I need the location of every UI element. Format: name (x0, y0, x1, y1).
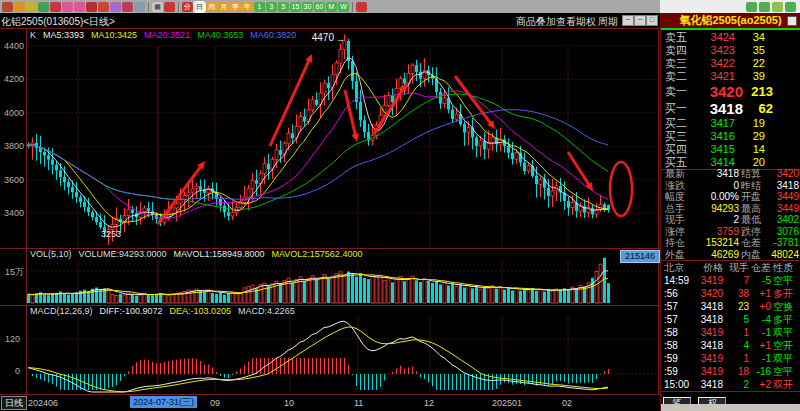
zoom-in-button[interactable]: − (634, 15, 646, 26)
toolbar-icon-30[interactable]: 30 (302, 2, 313, 12)
book-qty: 14 (753, 143, 765, 156)
tick-row: :5934191-1双平 (661, 352, 800, 365)
horizontal-scrollbar[interactable] (661, 404, 800, 411)
toolbar-icon[interactable] (759, 2, 770, 12)
quote-panel: 氧化铝2505(ao2505) 卖五342434卖四342335卖三342222… (660, 13, 800, 411)
tick-time: :57 (664, 313, 678, 326)
toolbar-icon[interactable] (110, 2, 121, 12)
toolbar-icon-年[interactable]: 年 (242, 2, 253, 12)
toolbar-icon-3[interactable]: 3 (266, 2, 277, 12)
period-tab-daily[interactable]: 日线 (1, 396, 27, 410)
toolbar-icon[interactable] (98, 2, 109, 12)
toolbar-icon[interactable] (62, 2, 73, 12)
tick-nature: 多开 (773, 287, 800, 300)
toolbar-icon-▦[interactable]: ▦ (152, 2, 163, 12)
tick-oi-change: +1 (760, 339, 771, 352)
ask-row[interactable]: 卖四342335 (661, 44, 800, 57)
tick-header-cell: 现手 (729, 262, 749, 273)
menu-overlay-commodity[interactable]: 商品叠加 (516, 15, 556, 29)
tick-qty: 38 (738, 287, 749, 300)
toolbar-icon-分[interactable]: 分 (182, 2, 193, 12)
zoom-out-button[interactable]: − (622, 15, 634, 26)
main-toolbar: ▦分日周月季年135153060MW (0, 0, 660, 13)
stat-label: 现手 (665, 214, 685, 225)
tick-row: 14:5934197-5空平 (661, 274, 800, 287)
toolbar-icon[interactable] (38, 2, 49, 12)
tick-qty: 4 (743, 339, 749, 352)
stat-row: 现手2最低3402 (661, 214, 800, 225)
stat-label: 持仓 (665, 237, 685, 248)
quote-title: 氧化铝2505(ao2505) (661, 13, 800, 28)
macd-indicator-line: MACD(12,26,9)DIFF:-100.9072DEA:-103.0205… (30, 306, 302, 316)
toolbar-icon-日[interactable]: 日 (194, 2, 205, 12)
tick-header-cell: 仓差 (751, 262, 771, 273)
toolbar-icon-60[interactable]: 60 (314, 2, 325, 12)
trading-terminal: ▦分日周月季年135153060MW 化铝2505(013605)<日线> 商品… (0, 0, 800, 411)
bid-row[interactable]: 买三341629 (661, 130, 800, 143)
stat-label: 总手 (665, 203, 685, 214)
toolbar-icon[interactable] (772, 2, 783, 12)
tick-row: 15:0034182+2双开 (661, 378, 800, 391)
indicator-text: DIFF:-100.9072 (100, 306, 163, 316)
kline-chart[interactable]: 4470→3253 (0, 28, 660, 411)
toolbar-icon[interactable] (356, 2, 367, 12)
ask-row[interactable]: 卖三342222 (661, 57, 800, 70)
toolbar-icon-周[interactable]: 周 (206, 2, 217, 12)
menu-view-options[interactable]: 查看期权 (556, 15, 596, 29)
tick-price: 3418 (701, 339, 723, 352)
stat-label: 昨结 (741, 180, 761, 191)
bid1-row[interactable]: 买一341862 (661, 100, 800, 117)
toolbar-icon[interactable] (122, 2, 133, 12)
tick-oi-change: -1 (762, 326, 771, 339)
toolbar-icon[interactable] (2, 2, 13, 12)
toolbar-icon[interactable] (26, 2, 37, 12)
tick-time: :59 (664, 352, 678, 365)
menu-period[interactable]: 周期 (598, 15, 618, 29)
book-qty: 34 (753, 31, 765, 44)
ask-row[interactable]: 卖二342139 (661, 70, 800, 83)
ask-row[interactable]: 卖五342434 (661, 31, 800, 44)
restore-button[interactable]: □ (646, 15, 658, 26)
bid-row[interactable]: 买二341719 (661, 117, 800, 130)
book-label: 卖二 (665, 70, 687, 83)
toolbar-icon[interactable] (86, 2, 97, 12)
tick-oi-change: -16 (757, 365, 771, 378)
toolbar-icon[interactable] (74, 2, 85, 12)
stat-value: 3759 (717, 226, 739, 237)
time-tick-label: 09 (210, 398, 220, 408)
stat-row: 涨停3759跌停3076 (661, 226, 800, 237)
tick-price: 3419 (701, 365, 723, 378)
stat-label: 开盘 (741, 191, 761, 202)
ask1-row[interactable]: 卖一3420213 (661, 83, 800, 100)
toolbar-icon-1[interactable]: 1 (254, 2, 265, 12)
tick-qty: 18 (738, 365, 749, 378)
stat-value: 3418 (777, 180, 799, 191)
stat-label: 最新 (665, 168, 685, 179)
tick-qty: 1 (743, 326, 749, 339)
toolbar-icon-15[interactable]: 15 (290, 2, 301, 12)
tick-price: 3419 (701, 352, 723, 365)
book-price: 3418 (710, 100, 743, 117)
tick-qty: 5 (743, 313, 749, 326)
tick-oi-change: -5 (762, 274, 771, 287)
toolbar-icon[interactable] (164, 2, 175, 12)
toolbar-right-icons (660, 0, 800, 13)
popout-icon[interactable] (787, 16, 797, 26)
stat-label: 外盘 (665, 249, 685, 260)
toolbar-icon[interactable] (785, 2, 796, 12)
tick-price: 3419 (701, 274, 723, 287)
divider (661, 260, 800, 261)
stat-label: 跌停 (741, 226, 761, 237)
toolbar-icon-月[interactable]: 月 (218, 2, 229, 12)
book-price: 3416 (711, 130, 735, 143)
toolbar-icon[interactable] (14, 2, 25, 12)
bid-row[interactable]: 买四341514 (661, 143, 800, 156)
toolbar-icon[interactable] (746, 2, 757, 12)
toolbar-icon-M[interactable]: M (326, 2, 337, 12)
tick-row: :57341823+0空换 (661, 300, 800, 313)
toolbar-icon-5[interactable]: 5 (278, 2, 289, 12)
toolbar-icon-W[interactable]: W (338, 2, 349, 12)
toolbar-icon-季[interactable]: 季 (230, 2, 241, 12)
toolbar-icon[interactable] (50, 2, 61, 12)
toolbar-icon[interactable] (134, 2, 145, 12)
